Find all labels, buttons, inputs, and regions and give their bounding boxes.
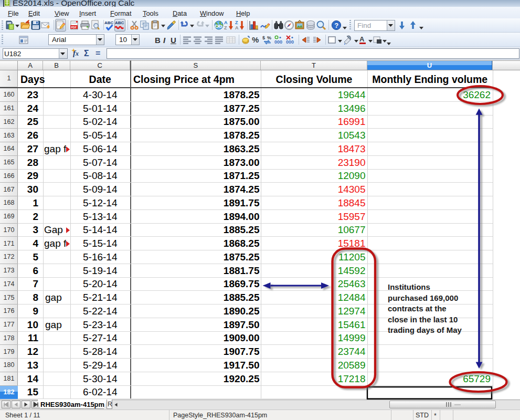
svg-text:Z: Z — [235, 20, 238, 25]
svg-text:A: A — [224, 20, 228, 25]
svg-text:$: $ — [262, 35, 265, 40]
svg-text:ABC: ABC — [115, 20, 124, 25]
svg-text:?: ? — [334, 22, 338, 29]
svg-text:Z: Z — [224, 25, 227, 30]
svg-text:%: % — [267, 35, 271, 40]
svg-text:PDF: PDF — [71, 26, 77, 29]
svg-text:A: A — [235, 25, 239, 30]
svg-text:A: A — [359, 35, 365, 43]
svg-text:000: 000 — [286, 39, 294, 45]
svg-text:ABC: ABC — [104, 20, 114, 25]
svg-text:000: 000 — [274, 39, 282, 45]
